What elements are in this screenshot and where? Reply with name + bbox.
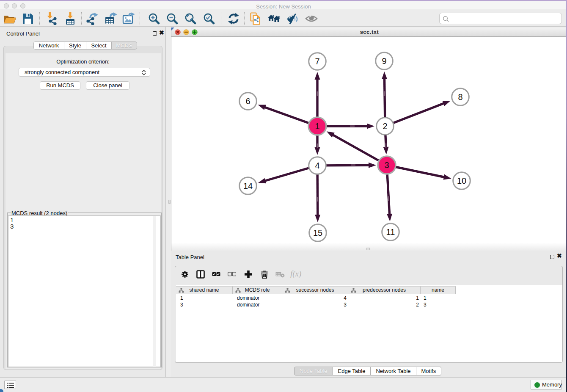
- svg-text:2: 2: [383, 121, 387, 131]
- svg-text:7: 7: [315, 57, 319, 66]
- svg-text:9: 9: [382, 56, 386, 66]
- svg-text:1: 1: [315, 121, 319, 131]
- svg-text:15: 15: [313, 228, 322, 237]
- svg-text:8: 8: [458, 92, 462, 102]
- svg-text:6: 6: [245, 97, 250, 106]
- svg-text:14: 14: [243, 181, 253, 190]
- svg-text:3: 3: [384, 160, 389, 170]
- svg-text:4: 4: [315, 161, 319, 170]
- svg-text:11: 11: [386, 227, 395, 237]
- svg-text:10: 10: [457, 176, 466, 185]
